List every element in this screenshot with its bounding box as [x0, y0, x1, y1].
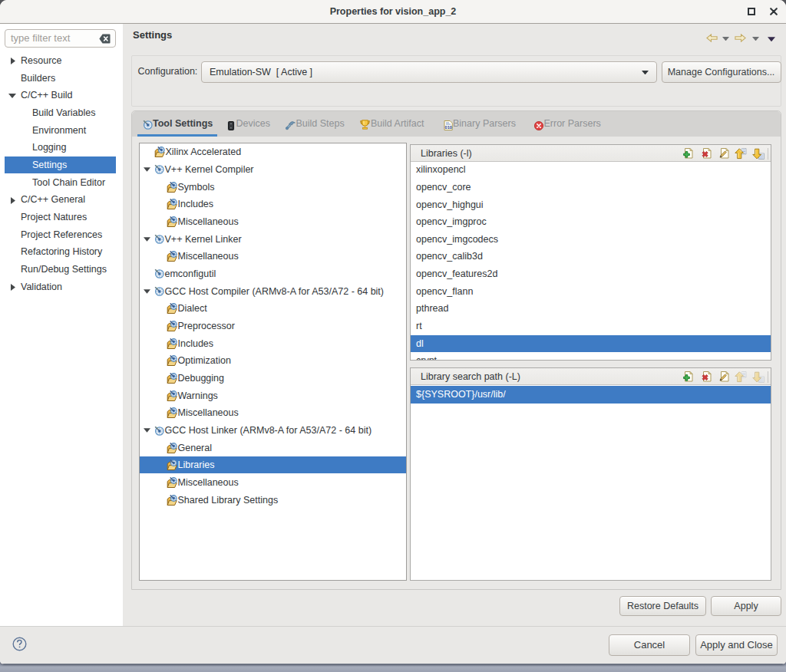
svg-text:010: 010 [444, 125, 451, 130]
